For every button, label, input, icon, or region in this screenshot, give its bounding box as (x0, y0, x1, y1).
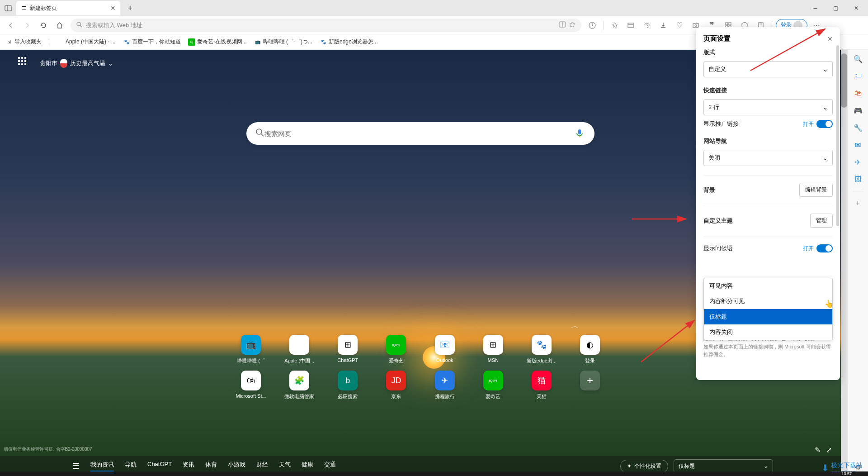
favorite-star-icon[interactable] (569, 21, 576, 30)
cursor-icon: 👆 (825, 300, 834, 308)
panel-scrollbar[interactable] (836, 45, 839, 226)
address-placeholder: 搜索或输入 Web 地址 (86, 21, 142, 29)
layout-select[interactable]: 仅标题 ⌄ (674, 459, 773, 473)
expand-icon[interactable]: ⤢ (826, 446, 832, 454)
quick-link-tile[interactable]: iQIYI爱奇艺 (380, 335, 412, 364)
dropdown-option-selected[interactable]: 仅标题 (704, 309, 832, 324)
dropdown-option[interactable]: 内容部分可见 (704, 294, 832, 309)
sidebar-search-icon[interactable]: 🔍 (853, 53, 863, 64)
refresh-button[interactable] (36, 18, 51, 33)
bookmark-item[interactable]: 🐾百度一下，你就知道 (123, 38, 181, 46)
sidebar-add-icon[interactable]: + (853, 198, 863, 209)
quick-link-tile[interactable]: 📺哔哩哔哩 (゜ (235, 335, 267, 364)
license-text: 增值电信业务经营许可证: 合字B2-20090007 (4, 446, 92, 452)
feed-nav-item[interactable]: ChatGPT (147, 461, 172, 472)
sidebar-games-icon[interactable]: 🎮 (853, 105, 863, 116)
quick-link-tile[interactable]: 🛍Microsoft St... (235, 371, 267, 400)
quick-link-tile[interactable]: b必应搜索 (332, 371, 363, 400)
add-tile-button[interactable]: + (574, 371, 606, 400)
svg-line-20 (261, 134, 264, 136)
feed-nav-item[interactable]: 我的资讯 (90, 461, 114, 472)
voice-search-button[interactable] (575, 128, 585, 139)
tab-spaces-button[interactable] (2, 2, 14, 14)
sidebar-image-icon[interactable]: 🖼 (853, 174, 863, 185)
tile-label: ChatGPT (337, 357, 358, 363)
sidebar-tools-icon[interactable]: 🔧 (853, 122, 863, 133)
new-tab-button[interactable]: + (124, 2, 137, 14)
feed-nav-item[interactable]: 体育 (205, 461, 217, 472)
quick-link-tile[interactable]: 🐾新版edge浏... (526, 335, 557, 364)
dropdown-option[interactable]: 内容关闭 (704, 324, 832, 340)
history-icon[interactable] (640, 18, 654, 33)
sidebar-shopping-icon[interactable]: 🛍 (853, 88, 863, 99)
bookmark-item[interactable]: Apple (中国大陆) - ... (57, 38, 116, 46)
svg-line-25 (641, 320, 694, 362)
site-nav-dropdown[interactable]: 关闭 ⌄ (703, 150, 833, 166)
personalize-button[interactable]: ✦ 个性化设置 (620, 460, 668, 473)
quick-link-tile[interactable]: 📧Outlook (429, 335, 461, 364)
collections-icon[interactable] (623, 18, 638, 33)
show-greeting-label: 显示问候语 (703, 244, 733, 252)
tab-close-button[interactable]: ✕ (109, 5, 117, 12)
quick-link-tile[interactable]: iQIYI爱奇艺 (477, 371, 509, 400)
quick-link-tile[interactable]: JD京东 (380, 371, 412, 400)
tile-label: 携程旅行 (435, 393, 455, 400)
bookmark-item[interactable]: iQ爱奇艺-在线视频网... (188, 38, 247, 46)
search-box[interactable] (246, 122, 594, 145)
address-bar[interactable]: 搜索或输入 Web 地址 (71, 19, 581, 32)
quick-link-tile[interactable]: ◐登录 (574, 335, 606, 364)
split-screen-icon[interactable] (559, 21, 566, 30)
maximize-button[interactable]: ▢ (826, 1, 846, 15)
quick-link-tile[interactable]: ✈携程旅行 (429, 371, 461, 400)
quicklinks-dropdown[interactable]: 2 行 ⌄ (703, 99, 833, 115)
feed-nav-item[interactable]: 财经 (256, 461, 268, 472)
dropdown-option[interactable]: 可见内容 (704, 278, 832, 294)
tile-icon: 🧩 (289, 371, 309, 390)
import-bookmarks[interactable]: ⇲ 导入收藏夹 (5, 38, 42, 46)
downloads-icon[interactable] (656, 18, 670, 33)
sidebar-outlook-icon[interactable]: ✉ (853, 139, 863, 150)
site-nav-label: 网站导航 (703, 137, 833, 145)
feed-nav-item[interactable]: 资讯 (183, 461, 194, 472)
quick-link-tile[interactable]: ⊞ChatGPT (332, 335, 363, 364)
tray-clock[interactable]: 13:57 (841, 471, 852, 476)
feed-nav-item[interactable]: 天气 (279, 461, 291, 472)
home-button[interactable] (52, 18, 67, 33)
location-weather[interactable]: 贵阳市 历史最高气温 ⌄ (40, 59, 113, 68)
back-button[interactable] (4, 18, 18, 33)
menu-icon[interactable]: ☰ (72, 461, 80, 471)
feed-nav-item[interactable]: 健康 (302, 461, 313, 472)
promoted-toggle[interactable] (816, 120, 833, 128)
quick-link-tile[interactable]: ⊞MSN (477, 335, 509, 364)
sidebar-tag-icon[interactable]: 🏷 (853, 71, 863, 81)
scrollbar-thumb[interactable] (841, 53, 847, 108)
performance-icon[interactable]: ♡ (672, 18, 687, 33)
bookmark-item[interactable]: 📺哔哩哔哩 (゜-゜)つ... (254, 38, 312, 46)
minimize-button[interactable]: ─ (805, 1, 826, 15)
manage-theme-button[interactable]: 管理 (810, 214, 833, 228)
quick-link-tile[interactable]: Apple (中国... (283, 335, 315, 364)
favorites-icon[interactable]: ✩ (607, 18, 622, 33)
windows-taskbar[interactable] (0, 471, 868, 476)
tile-label: 微软电脑管家 (284, 393, 314, 400)
titlebar: 🗖 新建标签页 ✕ + ─ ▢ ✕ (0, 0, 868, 16)
extension-icon[interactable] (585, 18, 599, 33)
edit-icon[interactable]: ✎ (815, 446, 821, 454)
greeting-toggle[interactable] (816, 244, 833, 252)
svg-rect-21 (578, 129, 581, 134)
collapse-tiles-button[interactable]: ︿ (262, 321, 579, 331)
sidebar-send-icon[interactable]: ✈ (853, 157, 863, 167)
search-input[interactable] (264, 130, 575, 138)
content-scrollbar[interactable] (841, 50, 847, 476)
feed-nav-item[interactable]: 交通 (324, 461, 336, 472)
feed-nav-item[interactable]: 导航 (125, 461, 137, 472)
quick-link-tile[interactable]: 🧩微软电脑管家 (283, 371, 315, 400)
edit-background-button[interactable]: 编辑背景 (799, 183, 833, 197)
app-launcher-button[interactable] (18, 57, 31, 70)
feed-nav-item[interactable]: 小游戏 (228, 461, 245, 472)
browser-tab[interactable]: 🗖 新建标签页 ✕ (16, 1, 120, 15)
close-window-button[interactable]: ✕ (846, 1, 866, 15)
custom-theme-label: 自定义主题 (703, 217, 733, 225)
bookmark-item[interactable]: 🐾新版edge浏览器怎... (320, 38, 378, 46)
quick-link-tile[interactable]: 猫天猫 (526, 371, 557, 400)
